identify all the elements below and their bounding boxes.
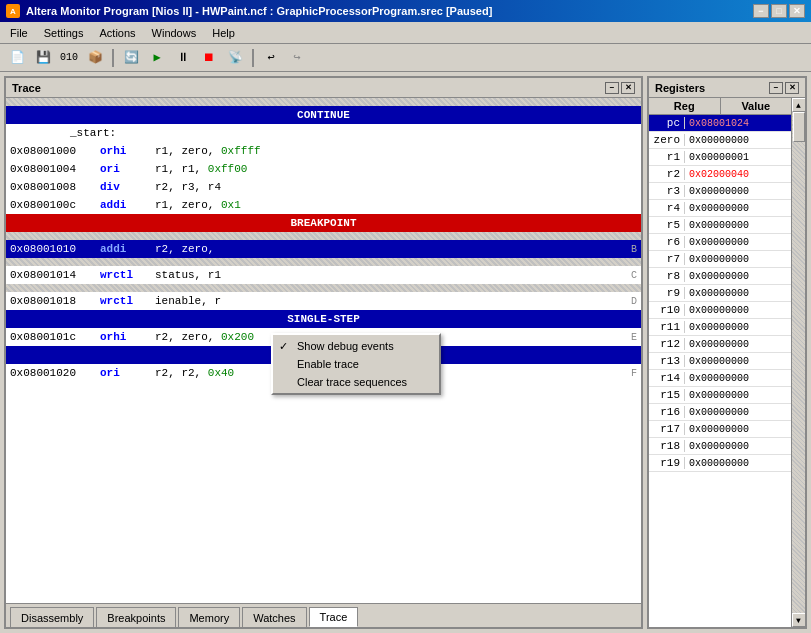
reg-row[interactable]: r6 0x00000000 [649,234,791,251]
trace-breakpoint-bar: BREAKPOINT [6,214,641,232]
tab-disassembly[interactable]: Disassembly [10,607,94,627]
reg-row[interactable]: r14 0x00000000 [649,370,791,387]
toolbar-pkg[interactable]: 📦 [84,47,106,69]
trace-row [6,258,641,266]
reg-row[interactable]: r13 0x00000000 [649,353,791,370]
menu-help[interactable]: Help [206,25,241,41]
toolbar-back[interactable]: ↩ [260,47,282,69]
trace-row: _start: [6,124,641,142]
reg-row[interactable]: r8 0x00000000 [649,268,791,285]
trace-row [6,98,641,106]
title-text: Altera Monitor Program [Nios II] - HWPai… [26,5,492,17]
reg-row[interactable]: r10 0x00000000 [649,302,791,319]
reg-row[interactable]: r4 0x00000000 [649,200,791,217]
reg-col-value: Value [721,98,792,114]
reg-row[interactable]: pc 0x08001024 [649,115,791,132]
toolbar-reload[interactable]: 🔄 [120,47,142,69]
reg-row[interactable]: r2 0x02000040 [649,166,791,183]
main-area: Trace − ✕ CONTINUE _start: 0x08001000 or… [0,72,811,633]
toolbar-connect[interactable]: 📡 [224,47,246,69]
tab-memory[interactable]: Memory [178,607,240,627]
minimize-button[interactable]: − [753,4,769,18]
reg-row[interactable]: r15 0x00000000 [649,387,791,404]
reg-row[interactable]: zero 0x00000000 [649,132,791,149]
toolbar: 📄 💾 010 📦 🔄 ▶ ⏸ ⏹ 📡 ↩ ↪ [0,44,811,72]
toolbar-sep2 [252,49,254,67]
reg-row[interactable]: r17 0x00000000 [649,421,791,438]
scroll-thumb[interactable] [793,112,805,142]
trace-row: 0x08001018 wrctl ienable, r D [6,292,641,310]
trace-title: Trace [12,82,41,94]
trace-row [6,284,641,292]
maximize-button[interactable]: □ [771,4,787,18]
trace-row: 0x08001000 orhi r1, zero, 0xffff [6,142,641,160]
toolbar-fwd[interactable]: ↪ [286,47,308,69]
reg-row[interactable]: r19 0x00000000 [649,455,791,472]
trace-row: 0x0800100c addi r1, zero, 0x1 [6,196,641,214]
menu-file[interactable]: File [4,25,34,41]
registers-panel: Registers − ✕ Reg Value pc 0x08001024 ze… [647,76,807,629]
trace-singlestep-bar: SINGLE-STEP [6,310,641,328]
trace-title-bar: Trace − ✕ [6,78,641,98]
reg-row[interactable]: r7 0x00000000 [649,251,791,268]
toolbar-pause[interactable]: ⏸ [172,47,194,69]
reg-row[interactable]: r11 0x00000000 [649,319,791,336]
context-menu-item-enable-trace[interactable]: Enable trace [273,355,439,373]
trace-minimize[interactable]: − [605,82,619,94]
tabs-row: Disassembly Breakpoints Memory Watches T… [6,603,641,627]
toolbar-new[interactable]: 📄 [6,47,28,69]
menu-settings[interactable]: Settings [38,25,90,41]
registers-title: Registers [655,82,705,94]
app-icon: A [6,4,20,18]
trace-row [6,232,641,240]
registers-close[interactable]: ✕ [785,82,799,94]
trace-row: 0x08001010 addi r2, zero, B [6,240,641,258]
trace-row: 0x08001008 div r2, r3, r4 [6,178,641,196]
trace-close[interactable]: ✕ [621,82,635,94]
toolbar-run[interactable]: ▶ [146,47,168,69]
registers-minimize[interactable]: − [769,82,783,94]
registers-table: Reg Value pc 0x08001024 zero 0x00000000 … [649,98,791,627]
reg-row[interactable]: r12 0x00000000 [649,336,791,353]
reg-header: Reg Value [649,98,791,115]
context-menu-item-show-debug[interactable]: ✓ Show debug events [273,337,439,355]
menu-actions[interactable]: Actions [93,25,141,41]
registers-scrollbar[interactable]: ▲ ▼ [791,98,805,627]
close-button[interactable]: ✕ [789,4,805,18]
reg-row[interactable]: r9 0x00000000 [649,285,791,302]
registers-title-bar: Registers − ✕ [649,78,805,98]
tab-trace[interactable]: Trace [309,607,359,627]
toolbar-num[interactable]: 010 [58,47,80,69]
tab-watches[interactable]: Watches [242,607,306,627]
menu-windows[interactable]: Windows [146,25,203,41]
trace-continue-bar: CONTINUE [6,106,641,124]
toolbar-sep1 [112,49,114,67]
title-bar: A Altera Monitor Program [Nios II] - HWP… [0,0,811,22]
reg-row[interactable]: r1 0x00000001 [649,149,791,166]
reg-row[interactable]: r3 0x00000000 [649,183,791,200]
scroll-up-btn[interactable]: ▲ [792,98,806,112]
trace-row: 0x08001004 ori r1, r1, 0xff00 [6,160,641,178]
reg-row[interactable]: r16 0x00000000 [649,404,791,421]
context-menu: ✓ Show debug events Enable trace Clear t… [271,333,441,395]
trace-row: 0x08001014 wrctl status, r1 C [6,266,641,284]
scroll-down-btn[interactable]: ▼ [792,613,806,627]
scroll-track [792,112,805,613]
reg-row[interactable]: r18 0x00000000 [649,438,791,455]
tab-breakpoints[interactable]: Breakpoints [96,607,176,627]
reg-col-name: Reg [649,98,721,114]
title-controls: − □ ✕ [753,4,805,18]
toolbar-stop[interactable]: ⏹ [198,47,220,69]
toolbar-save[interactable]: 💾 [32,47,54,69]
menu-bar: File Settings Actions Windows Help [0,22,811,44]
context-menu-item-clear-trace[interactable]: Clear trace sequences [273,373,439,391]
reg-row[interactable]: r5 0x00000000 [649,217,791,234]
trace-panel: Trace − ✕ CONTINUE _start: 0x08001000 or… [4,76,643,629]
